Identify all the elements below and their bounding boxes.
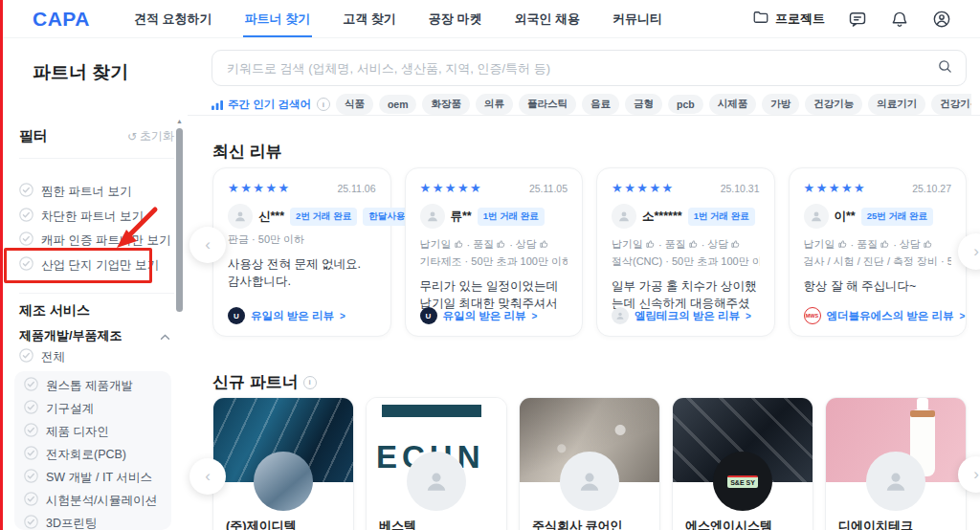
star-rating: ★★★★★ [804,181,867,195]
keyword-pill-2[interactable]: 화장품 [422,94,470,115]
projects-button[interactable]: 프로젝트 [752,9,825,29]
keyword-pill-5[interactable]: 음료 [582,94,619,115]
partner-name: 에스엔이시스템 [685,518,800,530]
keyword-pill-4[interactable]: 플라스틱 [519,94,576,115]
partners-prev-button[interactable]: ‹ [189,458,226,495]
circle-check-icon [24,423,38,440]
partner-card-2[interactable]: 주식회사 큐어인원스톱 제품개발 · 기구설계 · 시험분 [519,397,660,530]
partner-review-link[interactable]: 엘림테크의 받은 리뷰> [612,307,751,324]
partner-avatar [866,452,925,511]
review-meta: 절삭(CNC) · 50만 초과 100만 이하 [612,254,760,269]
review-text: 항상 잘 해 주십니다~ [804,277,952,295]
review-badge-0: 1번 거래 완료 [688,208,755,226]
partner-card-4[interactable]: 디에이치테크방송 / 통신 / 멀티미디어 · 기타제조 · [825,397,967,530]
reviewer-row: 신***2번 거래 완료한달사용 리뷰 [228,204,376,229]
review-card-header: ★★★★★25.11.05 [420,181,568,195]
keyword-pill-3[interactable]: 의류 [476,94,513,115]
circle-check-icon [24,469,38,486]
separator: · [658,239,662,251]
nav-item-3[interactable]: 공장 마켓 [429,0,482,37]
rating-label: 품질 [473,237,494,252]
filter-label: 전체 [41,349,65,365]
info-icon[interactable]: i [303,376,317,389]
keyword-pill-12[interactable]: 건강기능식품 [931,94,971,115]
partner-link-label: 엠더블유에스의 받은 리뷰 [827,309,954,323]
scrollbar-up-arrow[interactable]: ▲ [176,118,183,124]
review-card-1: ★★★★★25.11.05류**1번 거래 완료납기일 · 품질 · 상담기타제… [405,167,584,337]
subcategory-item-0[interactable]: 원스톱 제품개발 [24,374,171,397]
subcategory-item-2[interactable]: 제품 디자인 [24,420,171,443]
keyword-pill-1[interactable]: oem [379,95,417,114]
nav-item-4[interactable]: 외국인 채용 [514,0,580,37]
messages-button[interactable] [848,10,867,29]
notifications-button[interactable] [890,10,909,29]
annotation-arrow [105,205,163,256]
partners-carousel: (주)제이디텍기타제조 · 조립 · 용접 · 제관 · 절삭ECHN베스텍절삭… [212,397,967,530]
filter-reset-button[interactable]: ↺ 초기화 [127,128,174,144]
subcategory-item-6[interactable]: 3D프린팅 [24,512,171,530]
subcategory-item-5[interactable]: 시험분석/시뮬레이션 [24,489,171,512]
search-section: 파트너 찾기 주간 인기 검색어 i 식품oem화장품의류플라스틱음료금형pcb… [0,39,980,116]
partner-review-link[interactable]: U유일의 받은 리뷰> [420,307,538,324]
nav-item-0[interactable]: 견적 요청하기 [134,0,212,37]
partner-review-link[interactable]: MWS엠더블유에스의 받은 리뷰> [804,307,966,324]
partner-name: (주)제이디텍 [226,518,341,530]
filter-checkbox-all[interactable]: 전체 [19,348,65,365]
divider [19,293,174,294]
nav-item-1[interactable]: 파트너 찾기 [245,0,311,37]
review-card-header: ★★★★★25.10.31 [612,181,760,195]
reviews-prev-button[interactable]: ‹ [189,227,226,263]
subcategory-item-3[interactable]: 전자회로(PCB) [24,443,171,466]
weekly-keywords-label-group[interactable]: 주간 인기 검색어 [212,98,311,112]
rating-label: 상담 [900,237,921,252]
nav-item-2[interactable]: 고객 찾기 [343,0,396,37]
info-icon[interactable]: i [317,98,330,111]
capa-logo[interactable]: CAPA [33,8,90,31]
reviewer-name: 신*** [258,209,284,225]
keyword-pill-6[interactable]: 금형 [625,94,662,115]
partner-avatar [560,452,619,511]
search-icon[interactable] [937,58,953,78]
filter-sidebar: 필터 ↺ 초기화 찜한 파트너 보기차단한 파트너 보기캐파 인증 파트너만 보… [3,115,188,530]
reviewer-avatar [420,204,445,229]
circle-check-icon [24,377,38,394]
filter-checkbox-0[interactable]: 찜한 파트너 보기 [19,183,131,200]
partner-review-link[interactable]: U유일의 받은 리뷰> [228,307,345,324]
keyword-pill-11[interactable]: 의료기기 [868,94,925,115]
keyword-pill-8[interactable]: 시제품 [709,94,757,115]
keyword-pill-9[interactable]: 가방 [762,94,799,115]
thumbs-up-icon [497,239,506,251]
search-bar [212,50,967,86]
review-date: 25.11.06 [337,183,375,194]
topbar-actions: 프로젝트 [752,9,951,29]
partner-card-0[interactable]: (주)제이디텍기타제조 · 조립 · 용접 · 제관 · 절삭 [212,397,354,530]
reset-label: 초기화 [140,128,174,144]
chevron-up-icon [160,329,170,343]
search-input[interactable] [225,60,937,77]
reviewer-row: 소******1번 거래 완료 [612,204,760,229]
partner-logo-chip: S&E SY [727,475,758,488]
subcategory-item-1[interactable]: 기구설계 [24,397,171,420]
keyword-pill-10[interactable]: 건강기능 [805,94,862,115]
review-card-header: ★★★★★25.11.06 [228,181,376,195]
keyword-pill-7[interactable]: pcb [668,95,703,114]
profile-button[interactable] [932,10,951,29]
partner-link-label: 엘림테크의 받은 리뷰 [635,309,740,323]
nav-item-5[interactable]: 커뮤니티 [612,0,662,37]
review-text: 사용상 전혀 문제 없네요. 감사합니다. [228,255,376,290]
category-product-dev-toggle[interactable]: 제품개발/부품제조 [19,327,170,344]
reset-icon: ↺ [127,130,137,144]
subcategory-item-4[interactable]: SW 개발 / IT 서비스 [24,466,171,489]
partner-card-3[interactable]: S&E SY에스엔이시스템로봇 / 드론 · 해양 / 선박 · 커팅 · 기계 [672,397,813,530]
category-title: 제품개발/부품제조 [19,327,122,344]
partner-logo [612,307,629,324]
sidebar-scrollbar[interactable] [176,128,183,312]
rating-categories: 납기일 · 품질 · 상담 [612,238,760,251]
top-navigation-bar: CAPA 견적 요청하기파트너 찾기고객 찾기공장 마켓외국인 채용커뮤니티 프… [0,0,980,38]
keyword-pill-0[interactable]: 식품 [336,94,373,115]
review-badge-0: 2번 거래 완료 [290,208,357,226]
reviewer-row: 류**1번 거래 완료 [420,204,568,229]
projects-label: 프로젝트 [775,11,825,28]
main-nav: 견적 요청하기파트너 찾기고객 찾기공장 마켓외국인 채용커뮤니티 [134,0,662,37]
partner-card-1[interactable]: ECHN베스텍절삭(CNC) [366,397,507,530]
